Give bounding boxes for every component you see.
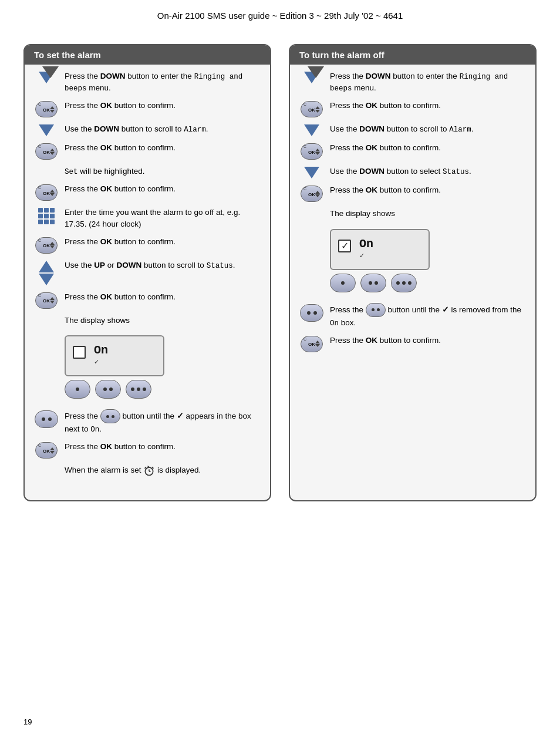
left-step-9: Use the UP or DOWN button to scroll to S…: [34, 260, 261, 285]
right-ok-icon-1: C OK: [299, 101, 324, 117]
right-panel-body: Press the DOWN button to enter the Ringi…: [290, 65, 535, 364]
page-number: 19: [23, 717, 32, 726]
left-step-1: Press the DOWN button to enter the Ringi…: [34, 70, 261, 94]
left-step-alarm: When the alarm is set is displayed.: [34, 464, 261, 476]
left-step-alarm-text: When the alarm is set is displayed.: [65, 464, 261, 476]
right-down-icon-3: [299, 167, 324, 178]
softkey-row-right: [330, 274, 430, 292]
alarm-clock-icon: [143, 465, 155, 477]
softkey-3: [126, 380, 151, 399]
right-step-1: Press the DOWN button to enter the Ringi…: [299, 70, 526, 94]
ok-icon-3: C OK: [34, 184, 59, 201]
right-step-3-text: Use the DOWN button to scroll to Alarm.: [330, 123, 526, 135]
keypad-icon: [34, 208, 59, 224]
right-panel-header: To turn the alarm off: [290, 45, 535, 65]
on-checkbox-checked: ✓: [338, 240, 351, 252]
ok-icon-6: C OK: [34, 442, 59, 459]
right-on-text: On: [359, 237, 373, 251]
left-display-label-text: The display shows: [65, 315, 261, 326]
left-step-9-text: Use the UP or DOWN button to scroll to S…: [65, 260, 261, 271]
right-softkey-2: [360, 274, 386, 292]
right-ok-icon-3: C OK: [299, 186, 324, 202]
left-step-10: C OK Press the OK button to confirm.: [34, 291, 261, 309]
left-step-3: Use the DOWN button to scroll to Alarm.: [34, 123, 261, 136]
left-display-label: The display shows: [34, 315, 261, 326]
right-display-box: ✓ On ✓: [330, 225, 430, 297]
right-panel-notch: [308, 66, 324, 78]
right-step-last-ok-text: Press the OK button to confirm.: [330, 335, 526, 346]
left-step-1-text: Press the DOWN button to enter the Ringi…: [65, 70, 261, 94]
checkmark-small: ✓: [94, 358, 108, 366]
right-ok-icon-2: C OK: [299, 143, 324, 160]
left-step-7: Enter the time you want the alarm to go …: [34, 207, 261, 230]
left-step-8-text: Press the OK button to confirm.: [65, 236, 261, 248]
right-step-mid-text: Press the button until the ✓ is removed …: [330, 303, 526, 329]
svg-line-4: [152, 467, 154, 469]
on-checkbox-empty: [73, 346, 86, 359]
softkey-1: [65, 380, 90, 399]
softkey-2: [95, 380, 121, 399]
left-step-4: C OK Press the OK button to confirm.: [34, 142, 261, 160]
right-softkey-3: [391, 274, 417, 292]
left-step-6: C OK Press the OK button to confirm.: [34, 183, 261, 201]
ok-icon-5: C OK: [34, 292, 59, 309]
right-softkey-1: [330, 274, 356, 292]
left-step-3-text: Use the DOWN button to scroll to Alarm.: [65, 123, 261, 135]
right-step-last-ok: C OK Press the OK button to confirm.: [299, 335, 526, 352]
svg-line-3: [145, 467, 147, 469]
left-step-last-ok-text: Press the OK button to confirm.: [65, 441, 261, 453]
right-step-mid-btn: Press the button until the ✓ is removed …: [299, 303, 526, 329]
right-step-4: C OK Press the OK button to confirm.: [299, 142, 526, 160]
page-footer: 19: [23, 717, 32, 726]
right-step-4-text: Press the OK button to confirm.: [330, 142, 526, 154]
right-display-box-row: ✓ On ✓: [299, 225, 526, 297]
mid-btn-icon-right: [299, 304, 324, 322]
left-step-mid-btn: Press the button until the ✓ appears in …: [34, 409, 261, 435]
on-text: On: [94, 343, 108, 357]
left-step-last-ok: C OK Press the OK button to confirm.: [34, 441, 261, 459]
right-step-6-text: Press the OK button to confirm.: [330, 184, 526, 196]
mid-btn-icon-left: [34, 410, 59, 428]
left-display-box-row: On ✓: [34, 332, 261, 403]
left-panel-notch: [42, 66, 59, 78]
right-step-5: Use the DOWN button to select Status.: [299, 166, 526, 178]
right-ok-icon-4: C OK: [299, 336, 324, 352]
left-step-4-text: Press the OK button to confirm.: [65, 142, 261, 154]
left-panel-header: To set the alarm: [25, 45, 270, 65]
left-step-mid-text: Press the button until the ✓ appears in …: [65, 409, 261, 435]
left-panel: To set the alarm Press the DOWN button t…: [23, 44, 271, 501]
ok-icon-4: C OK: [34, 237, 59, 254]
down-arrow-icon-2: [34, 124, 59, 136]
ok-icon-1: C OK: [34, 101, 59, 117]
left-step-5-text: Set will be highlighted.: [65, 166, 261, 177]
right-step-2-text: Press the OK button to confirm.: [330, 100, 526, 112]
right-step-6: C OK Press the OK button to confirm.: [299, 184, 526, 202]
right-display-label-text: The display shows: [330, 208, 526, 220]
right-step-1-text: Press the DOWN button to enter the Ringi…: [330, 70, 526, 94]
svg-line-5: [148, 466, 150, 467]
right-display-label-row: The display shows: [299, 208, 526, 220]
right-panel: To turn the alarm off Press the DOWN but…: [289, 44, 537, 501]
main-content: To set the alarm Press the DOWN button t…: [0, 26, 560, 513]
softkey-row-left: [65, 380, 164, 399]
left-step-10-text: Press the OK button to confirm.: [65, 291, 261, 303]
left-step-7-text: Enter the time you want the alarm to go …: [65, 207, 261, 230]
right-step-5-text: Use the DOWN button to select Status.: [330, 166, 526, 177]
left-step-5: Set will be highlighted.: [34, 166, 261, 177]
left-step-6-text: Press the OK button to confirm.: [65, 183, 261, 195]
right-down-icon-2: [299, 124, 324, 136]
left-step-2: C OK Press the OK button to confirm.: [34, 100, 261, 117]
right-step-3: Use the DOWN button to scroll to Alarm.: [299, 123, 526, 136]
updown-arrows-icon: [34, 261, 59, 285]
left-step-8: C OK Press the OK button to confirm.: [34, 236, 261, 254]
right-step-2: C OK Press the OK button to confirm.: [299, 100, 526, 117]
left-panel-body: Press the DOWN button to enter the Ringi…: [25, 65, 270, 488]
page-header: On-Air 2100 SMS user guide ~ Edition 3 ~…: [0, 0, 560, 26]
right-checkmark-small: ✓: [359, 252, 373, 260]
ok-icon-2: C OK: [34, 143, 59, 160]
left-step-2-text: Press the OK button to confirm.: [65, 100, 261, 112]
header-title: On-Air 2100 SMS user guide ~ Edition 3 ~…: [0, 0, 560, 26]
left-display-box: On ✓: [65, 332, 164, 403]
